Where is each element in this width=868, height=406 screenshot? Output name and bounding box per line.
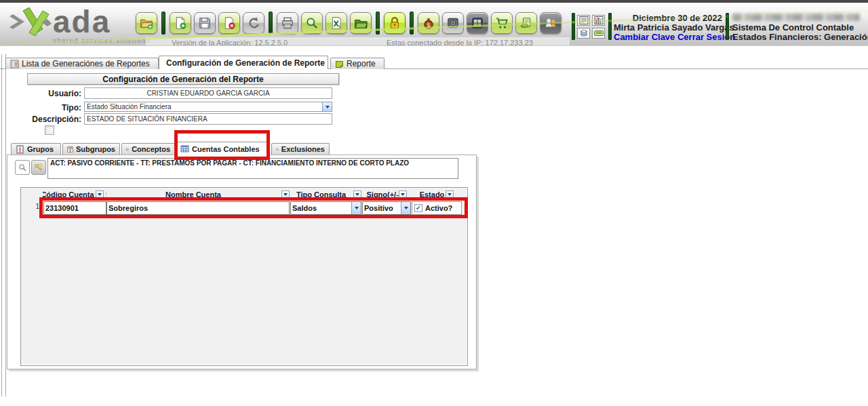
tipo-dropdown[interactable]: Estado Situación Financiera — [84, 102, 332, 112]
activo-label: Activo? — [425, 204, 452, 212]
chevron-down-icon — [448, 193, 452, 196]
open-folder-button[interactable] — [136, 12, 157, 34]
tab-reporte[interactable]: Reporte — [330, 58, 384, 69]
company-name-redacted — [732, 14, 860, 21]
usuario-field[interactable]: CRISTIAN EDUARDO GARCIA GARCIA — [84, 87, 332, 99]
tab-label: Cuentas Contables — [192, 145, 260, 153]
tab-conceptos[interactable]: Conceptos — [121, 143, 175, 155]
report-list-button[interactable] — [577, 15, 590, 26]
cuentas-contables-icon — [180, 144, 189, 153]
column-header-codigo-cuenta[interactable]: Código Cuenta — [43, 189, 106, 200]
keyboard-button[interactable] — [592, 28, 605, 39]
session-user-name: Mirta Patricia Sayado Vargas — [614, 23, 722, 33]
app-header: ada shared services solutions Versión de… — [0, 0, 868, 46]
grupos-icon: 12 — [16, 145, 24, 154]
tab-cuentas-contables[interactable]: Cuentas Contables — [176, 142, 270, 155]
money-bag-button[interactable]: $ — [418, 12, 439, 34]
column-header-estado[interactable]: Estado — [412, 189, 462, 200]
open-folder-icon — [140, 16, 153, 30]
chevron-down-icon — [355, 193, 359, 196]
chart-button[interactable] — [592, 15, 605, 26]
print-button[interactable] — [277, 12, 298, 34]
tab-subgrupos[interactable]: 12 Subgrupos — [62, 143, 120, 155]
shopping-cart-button[interactable] — [491, 12, 513, 34]
contacts-button[interactable] — [540, 12, 561, 34]
hand-report-button[interactable] — [515, 12, 537, 34]
column-header-tipo-consulta[interactable]: Tipo Consulta — [290, 189, 361, 200]
tab-lista-generaciones[interactable]: Lista de Generaciónes de Reportes — [5, 58, 159, 69]
usuario-value: CRISTIAN EDUARDO GARCIA GARCIA — [146, 89, 269, 97]
module-name: Estados Financieros: Generación — [732, 33, 865, 42]
svg-text:2: 2 — [71, 147, 73, 150]
signo-dropdown[interactable]: Positivo — [362, 201, 411, 215]
undo-button[interactable] — [243, 12, 264, 34]
selected-path-text: ACT: PASIVO CORRIENTE - TT: PRESTAMOS PO… — [50, 159, 409, 167]
tab-exclusiones[interactable]: Exclusiones — [271, 143, 330, 155]
export-excel-button[interactable] — [326, 12, 347, 34]
descripcion-checkbox[interactable] — [45, 125, 54, 135]
print-icon — [281, 16, 294, 30]
ip-label: Estas conectado desde la IP: 172.17.233.… — [387, 39, 533, 46]
ada-logo-mark — [8, 5, 53, 39]
svg-text:$: $ — [427, 22, 431, 28]
session-block: Diciembre 30 de 2022 Mirta Patricia Saya… — [614, 14, 722, 42]
descripcion-field[interactable]: ESTADO DE SITUACIÓN FINANCIERA — [84, 113, 332, 125]
svg-text:1: 1 — [68, 147, 69, 150]
conceptos-icon — [126, 145, 129, 154]
signo-dropdown-button[interactable] — [401, 202, 410, 214]
safe-button[interactable] — [442, 12, 464, 34]
export-excel-icon — [330, 16, 343, 30]
lock-icon — [388, 16, 401, 30]
tab-label: Configuración de Generación de Reporte — [166, 58, 325, 68]
report-list-icon — [579, 16, 589, 24]
brand-tagline: shared services solutions — [53, 37, 151, 44]
section-title: Configuración de Generación del Reporte — [102, 75, 263, 84]
panel-search-button[interactable] — [15, 160, 30, 175]
chevron-down-icon — [283, 193, 288, 196]
list-icon — [10, 60, 19, 68]
filter-dropdown-icon[interactable] — [96, 190, 104, 199]
header-separator — [572, 13, 575, 40]
window-left-frame — [1, 54, 6, 397]
panel-keys-button[interactable] — [31, 160, 46, 175]
shopping-cart-icon — [495, 16, 509, 30]
column-header-nombre-cuenta[interactable]: Nombre Cuenta — [106, 189, 290, 200]
tab-label: Subgrupos — [76, 145, 115, 153]
ada-logo: ada — [8, 5, 111, 39]
filter-dropdown-icon[interactable] — [353, 190, 361, 199]
filter-dropdown-icon[interactable] — [446, 190, 454, 199]
descripcion-value: ESTADO DE SITUACIÓN FINANCIERA — [87, 115, 208, 123]
archive-folder-button[interactable] — [350, 12, 372, 34]
tab-configuracion-generacion[interactable]: Configuración de Generación de Reporte — [159, 56, 328, 69]
chevron-down-icon — [98, 193, 102, 196]
activo-checkbox[interactable] — [414, 204, 422, 212]
lock-button[interactable] — [384, 12, 406, 34]
tipo-consulta-dropdown[interactable]: Saldos — [290, 201, 361, 215]
section-title-bar: Configuración de Generación del Reporte — [27, 73, 339, 85]
magnifier-icon — [18, 163, 27, 172]
header-separator — [608, 13, 612, 40]
tab-label: Conceptos — [132, 145, 170, 153]
codigo-cuenta-cell[interactable]: 23130901 — [43, 201, 106, 215]
tipo-consulta-dropdown-button[interactable] — [351, 202, 361, 214]
save-button[interactable] — [194, 12, 216, 34]
calculator-grid-button[interactable] — [467, 12, 488, 34]
change-password-link[interactable]: Cambiar Clave — [614, 32, 675, 42]
filter-dropdown-icon[interactable] — [399, 190, 407, 199]
tipo-dropdown-button[interactable] — [322, 102, 332, 111]
column-header-signo[interactable]: Signo(+/-) — [362, 189, 411, 200]
chevron-down-icon — [326, 106, 330, 108]
descripcion-label: Descripción: — [9, 115, 81, 124]
version-label: Versión de la Aplicación: 12.5.2.5.0 — [172, 39, 288, 46]
chart-icon — [594, 16, 604, 24]
signo-value: Positivo — [363, 202, 401, 214]
nombre-cuenta-cell[interactable]: Sobregiros — [106, 201, 290, 215]
layers-icon — [579, 29, 589, 37]
search-button[interactable] — [301, 12, 323, 34]
filter-dropdown-icon[interactable] — [281, 190, 290, 199]
note-icon — [335, 60, 344, 68]
new-document-button[interactable] — [170, 12, 191, 34]
tab-grupos[interactable]: 12 Grupos — [11, 143, 61, 155]
layers-button[interactable] — [577, 28, 590, 39]
delete-document-button[interactable] — [218, 12, 240, 34]
